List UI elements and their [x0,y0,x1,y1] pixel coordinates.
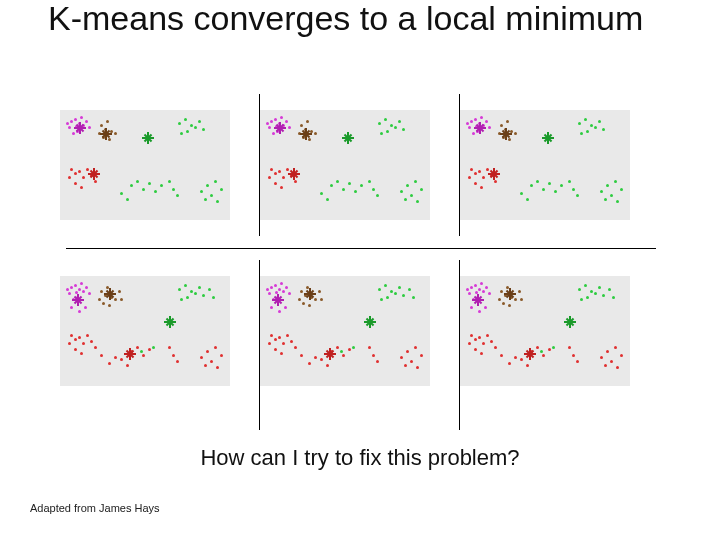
data-point [288,126,291,129]
data-point [148,182,151,185]
data-point [518,290,521,293]
data-point [212,296,215,299]
data-point [282,124,285,127]
data-point [484,306,487,309]
scatter-panel [260,276,430,386]
data-point [268,292,271,295]
data-point [314,132,317,135]
data-point [300,290,303,293]
data-point [606,184,609,187]
data-point [594,126,597,129]
data-point [466,122,469,125]
data-point [568,180,571,183]
data-point [300,354,303,357]
data-point [408,288,411,291]
data-point [610,194,613,197]
data-point [576,360,579,363]
data-point [278,122,281,125]
data-point [600,356,603,359]
data-point [330,350,333,353]
data-point [78,336,81,339]
data-point [304,128,307,131]
data-point [506,286,509,289]
data-point [104,128,107,131]
data-point [285,120,288,123]
data-point [100,290,103,293]
data-point [482,342,485,345]
data-point [194,126,197,129]
data-point [85,120,88,123]
data-point [80,116,83,119]
data-point [580,132,583,135]
data-point [410,194,413,197]
data-point [75,125,78,128]
data-point [100,124,103,127]
data-point [294,180,297,183]
data-point [480,282,483,285]
data-point [414,180,417,183]
data-point [504,294,507,297]
data-point [194,292,197,295]
data-point [376,194,379,197]
data-point [506,120,509,123]
data-point [608,288,611,291]
data-point [536,180,539,183]
data-point [488,292,491,295]
data-point [520,298,523,301]
data-point [278,310,281,313]
data-point [70,120,73,123]
data-point [384,118,387,121]
data-point [94,180,97,183]
data-point [100,354,103,357]
data-point [270,120,273,123]
data-point [420,188,423,191]
data-point [386,130,389,133]
data-point [314,298,317,301]
data-point [266,288,269,291]
data-point [74,338,77,341]
data-point [186,130,189,133]
data-point [274,284,277,287]
data-point [526,364,529,367]
data-point [272,298,275,301]
data-point [78,170,81,173]
credit-line: Adapted from James Hays [30,502,160,514]
data-point [204,198,207,201]
data-point [500,354,503,357]
data-point [530,350,533,353]
data-point [214,346,217,349]
data-point [190,290,193,293]
data-point [474,348,477,351]
data-point [380,298,383,301]
data-point [390,124,393,127]
data-point [178,122,181,125]
centroid-star-icon [142,132,154,144]
data-point [542,188,545,191]
data-point [498,132,501,135]
data-point [472,298,475,301]
data-point [616,200,619,203]
data-point [590,124,593,127]
data-point [380,132,383,135]
data-point [126,198,129,201]
data-point [102,136,105,139]
data-point [478,288,481,291]
data-point [542,354,545,357]
data-point [486,334,489,337]
data-point [604,198,607,201]
data-point [336,346,339,349]
data-point [478,170,481,173]
data-point [552,346,555,349]
data-point [320,358,323,361]
data-point [210,360,213,363]
data-point [476,130,479,133]
data-point [572,188,575,191]
data-point [70,306,73,309]
data-point [152,346,155,349]
data-point [82,176,85,179]
data-point [66,288,69,291]
data-point [70,334,73,337]
data-point [420,354,423,357]
data-point [270,306,273,309]
data-point [148,348,151,351]
